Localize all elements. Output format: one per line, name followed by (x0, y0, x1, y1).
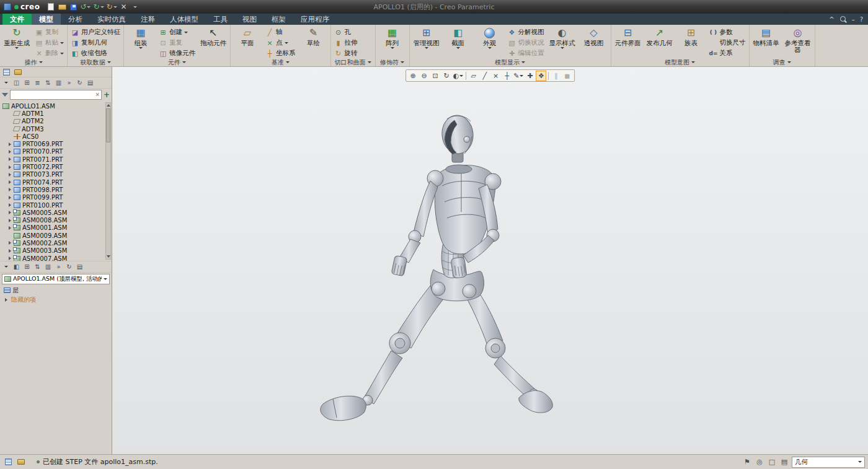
layer-add-button[interactable]: ⊞ (22, 262, 32, 272)
expander-icon[interactable] (7, 203, 13, 208)
datum-point-button[interactable]: ×点 (264, 38, 298, 48)
expander-icon[interactable] (7, 256, 13, 261)
tab-tools[interactable]: 工具 (206, 14, 235, 25)
expander-icon[interactable] (7, 157, 13, 162)
section-button[interactable]: ◧ 截面 (443, 25, 474, 58)
revolve-button[interactable]: ↻旋转 (332, 48, 360, 58)
clear-filter-icon[interactable]: ✕ (95, 92, 100, 98)
open-file-button[interactable] (58, 2, 66, 12)
layer-refresh-button[interactable]: ↻ (64, 262, 74, 272)
robot-right-leg[interactable] (461, 286, 552, 413)
scroll-up-icon[interactable] (106, 103, 110, 108)
caret-down-icon[interactable] (488, 47, 492, 49)
robot-left-leg[interactable] (321, 285, 446, 421)
layer-menu-button[interactable] (1, 262, 11, 272)
group-label-model-display[interactable]: 模型显示 (411, 58, 609, 66)
tree-item[interactable]: ACS0 (0, 133, 105, 140)
caret-down-icon[interactable] (858, 461, 862, 463)
manage-views-button[interactable]: ⊞ 管理视图 (411, 25, 442, 58)
tree-show-button[interactable]: ◫ (12, 78, 21, 88)
tab-applications[interactable]: 应用程序 (293, 14, 337, 25)
customize-qat-button[interactable] (131, 2, 140, 12)
caret-down-icon[interactable] (520, 75, 523, 77)
caret-down-icon[interactable] (87, 6, 91, 8)
bom-button[interactable]: ▤ 物料清单 (751, 25, 782, 58)
datum-axis-display-icon[interactable]: ╱ (479, 71, 490, 81)
tree-item[interactable]: PRT0071.PRT (0, 156, 105, 163)
regenerate-quick-button[interactable]: ↻ (107, 2, 117, 12)
caret-down-icon[interactable] (459, 75, 463, 77)
assemble-button[interactable]: ▦ 组装 (125, 25, 156, 58)
browser-toggle-button[interactable] (16, 457, 26, 467)
collapse-ribbon-button[interactable]: ^ (829, 16, 834, 23)
layer-settings-button[interactable]: ▤ (75, 262, 84, 272)
edit-position-button[interactable]: ✚编辑位置 (506, 48, 546, 58)
redo-button[interactable]: ↻ (93, 2, 104, 12)
layer-show-button[interactable]: ◧ (12, 262, 21, 272)
create-component-button[interactable]: ⊞创建 (157, 27, 197, 37)
datum-point-display-icon[interactable]: × (490, 71, 501, 81)
zoom-in-icon[interactable]: ⊕ (408, 71, 418, 81)
tree-menu-button[interactable] (1, 78, 11, 88)
tree-item[interactable]: ASM0007.ASM (0, 255, 105, 261)
switch-dimensions-button[interactable]: 切换尺寸 (707, 38, 748, 48)
repeat-button[interactable]: ⊡重复 (157, 38, 197, 48)
layers-row[interactable]: 层 (0, 286, 112, 295)
expander-icon[interactable] (7, 141, 13, 147)
family-table-button[interactable]: ⊞ 族表 (676, 25, 707, 58)
repaint-icon[interactable]: ↻ (441, 71, 452, 81)
group-label-cut-surface[interactable]: 切口和曲面 (332, 58, 374, 66)
caret-down-icon[interactable] (139, 47, 143, 49)
copy-geometry-button[interactable]: ◨复制几何 (69, 38, 122, 48)
filter-funnel-icon[interactable] (2, 93, 8, 97)
caret-down-icon[interactable] (560, 47, 564, 49)
tree-item[interactable]: PRT0070.PRT (0, 148, 105, 156)
hidden-items-row[interactable]: 隐藏的项 (0, 295, 112, 304)
scrollbar-thumb[interactable] (106, 108, 110, 142)
refit-icon[interactable]: ⊡ (430, 71, 441, 81)
component-interface-button[interactable]: ⊟ 元件界面 (613, 25, 644, 58)
hole-button[interactable]: ⊙孔 (332, 27, 360, 37)
expander-icon[interactable] (7, 225, 13, 230)
command-search-icon[interactable] (839, 15, 847, 23)
tree-item[interactable]: PRT0099.PRT (0, 194, 105, 201)
copy-button[interactable]: ▣复制 (33, 27, 66, 37)
expander-icon[interactable] (7, 248, 13, 253)
tree-item[interactable]: ASM0002.ASM (0, 239, 105, 247)
graphics-viewport[interactable]: ⊕ ⊖ ⊡ ↻ ◐ ▱ ╱ × ┼ ✎ ✚ ❖ ‖ ◼ (112, 67, 868, 454)
group-label-investigate[interactable]: 调查 (751, 58, 813, 66)
tree-item[interactable]: ADTM3 (0, 125, 105, 133)
caret-down-icon[interactable] (60, 53, 64, 55)
scroll-down-icon[interactable] (106, 254, 110, 259)
tab-framework[interactable]: 框架 (264, 14, 293, 25)
tree-item[interactable]: PRT0069.PRT (0, 140, 105, 147)
expander-icon[interactable] (7, 240, 13, 246)
reference-viewer-button[interactable]: ◎ 参考查看器 (782, 25, 813, 58)
group-label-modifiers[interactable]: 修饰符 (377, 58, 408, 66)
expander-icon[interactable] (7, 164, 13, 170)
caret-down-icon[interactable] (60, 42, 64, 44)
expander-icon[interactable] (4, 297, 9, 302)
tree-scrollbar[interactable] (105, 102, 111, 260)
selection-filter-combobox[interactable]: 几何 (792, 457, 865, 468)
expander-icon[interactable] (7, 172, 13, 177)
expander-icon[interactable] (7, 217, 13, 223)
tree-item[interactable]: ASM0001.ASM (0, 224, 105, 232)
minimize-button[interactable]: – (852, 16, 855, 23)
tree-item[interactable]: ASM0008.ASM (0, 216, 105, 224)
close-window-button[interactable]: ✕ (120, 2, 128, 12)
group-label-get-data[interactable]: 获取数据 (69, 58, 122, 66)
robot-left-arm[interactable] (391, 170, 443, 276)
tree-item[interactable]: ASM0003.ASM (0, 247, 105, 255)
events-flag-icon[interactable]: ⚑ (742, 457, 752, 467)
tree-filter-input[interactable] (12, 92, 94, 99)
tree-sort-button[interactable]: ⇅ (43, 78, 53, 88)
3d-dragger-icon[interactable]: ❖ (536, 71, 546, 81)
search-tool-icon[interactable]: ◎ (755, 457, 764, 467)
model-tree-tab[interactable] (2, 68, 11, 76)
expander-icon[interactable] (7, 180, 13, 185)
tree-item[interactable]: PRT0100.PRT (0, 201, 105, 209)
datum-axis-button[interactable]: ╱轴 (264, 27, 298, 37)
tree-item[interactable]: PRT0072.PRT (0, 163, 105, 170)
layer-style-button[interactable]: ▥ (43, 262, 53, 272)
